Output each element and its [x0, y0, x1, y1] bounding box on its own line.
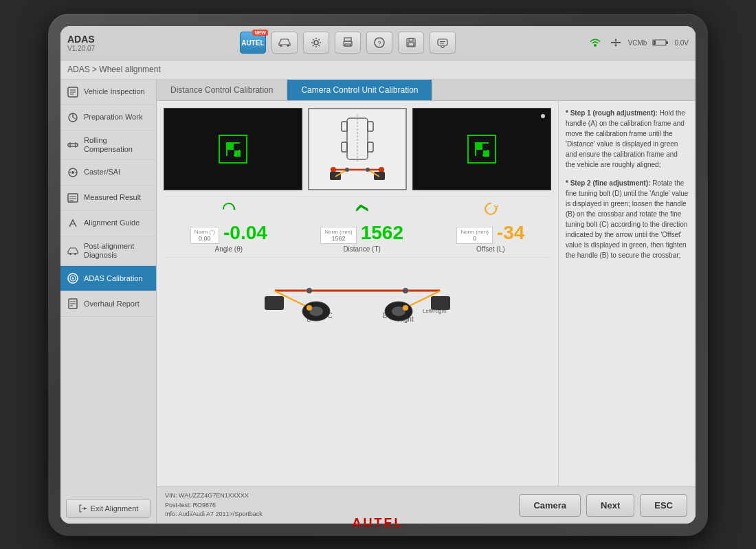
svg-rect-55: [342, 142, 347, 152]
exit-alignment-button[interactable]: Exit Alignment: [66, 499, 151, 518]
svg-point-83: [307, 288, 312, 293]
angle-actual-value: -0.04: [223, 222, 267, 244]
vin-info: VIN: WAUZZZ4G7EN1XXXXX Post-test: RO9876…: [165, 491, 513, 519]
caster-sai-icon: [66, 166, 80, 179]
sidebar-item-post-alignment[interactable]: Post-alignment Diagnosis: [60, 236, 156, 266]
svg-marker-18: [614, 38, 617, 41]
svg-point-67: [233, 208, 235, 210]
breadcrumb-bar: ADAS > Wheel alignment: [60, 60, 696, 80]
svg-point-42: [69, 253, 71, 255]
toolbar-print-button[interactable]: [335, 32, 361, 54]
post-test: Post-test: RO9876: [165, 501, 513, 511]
angle-norm-label: Norm (°): [194, 229, 215, 235]
sidebar-item-vehicle-inspection[interactable]: Vehicle Inspection: [60, 80, 156, 105]
vehicle-inspection-icon: [66, 85, 80, 99]
svg-rect-10: [409, 38, 413, 41]
exit-alignment-label: Exit Alignment: [91, 504, 139, 513]
tab-distance-control[interactable]: Distance Control Calibration: [157, 80, 287, 100]
sidebar-item-measured-result[interactable]: Measured Result: [60, 186, 156, 211]
sidebar-item-caster-sai[interactable]: Caster/SAI: [60, 160, 156, 186]
app-title: ADAS: [67, 34, 95, 45]
svg-point-34: [71, 171, 74, 174]
measure-offset-group: Norm (mm) 0 -34 Offset (L): [456, 201, 524, 253]
distance-norm-label: Norm (mm): [324, 229, 352, 235]
svg-point-0: [280, 45, 282, 47]
header-bar: ADAS V1.20.07 AUTEL NEW: [60, 26, 696, 60]
svg-line-29: [73, 117, 76, 119]
sidebar-overhaul-label: Overhaul Report: [84, 300, 140, 309]
offset-status-icon: [482, 201, 499, 221]
svg-rect-21: [666, 41, 668, 44]
toolbar-home-button[interactable]: AUTEL NEW: [240, 32, 266, 54]
bottom-bar: VIN: WAUZZZ4G7EN1XXXXX Post-test: RO9876…: [157, 486, 696, 524]
svg-text:Left/Right: Left/Right: [423, 308, 447, 314]
measure-angle-group: Norm (°) 0.00 -0.04 Angle (θ): [190, 201, 267, 253]
angle-values: Norm (°) 0.00 -0.04: [190, 222, 267, 244]
alignment-diagram: [326, 111, 388, 187]
distance-norm-box: Norm (mm) 1562: [320, 227, 356, 244]
sidebar-preparation-label: Preparation Work: [84, 113, 142, 122]
app-title-area: ADAS V1.20.07: [67, 34, 95, 52]
sidebar-vehicle-inspection-label: Vehicle Inspection: [84, 87, 145, 96]
camera-view-left: [164, 108, 302, 190]
exit-icon: [78, 504, 88, 513]
svg-rect-12: [438, 39, 447, 45]
tab-camera-control[interactable]: Camera Control Unit Calibration: [287, 80, 432, 100]
sidebar-rolling-label: Rolling Compensation: [84, 136, 151, 154]
toolbar-settings-button[interactable]: [303, 32, 329, 54]
svg-point-15: [594, 44, 597, 47]
toolbar-vehicle-button[interactable]: [271, 32, 298, 54]
new-badge: NEW: [252, 30, 267, 36]
sidebar: Vehicle Inspection Preparation Work Roll…: [60, 80, 157, 524]
toolbar-save-button[interactable]: [398, 32, 424, 54]
sidebar-item-overhaul-report[interactable]: Overhaul Report: [60, 291, 156, 317]
toolbar-help-button[interactable]: ?: [366, 32, 392, 54]
alignment-guide-icon: [66, 216, 80, 230]
vehicle-bottom-svg: D C B Right Left/: [261, 270, 454, 332]
svg-point-6: [351, 43, 352, 44]
svg-point-2: [314, 41, 318, 45]
step2-title: * Step 2 (fine adjustment):: [566, 179, 650, 187]
esc-button[interactable]: ESC: [640, 494, 687, 517]
wifi-icon: [587, 37, 603, 48]
tab-bar: Distance Control Calibration Camera Cont…: [157, 80, 696, 101]
angle-label: Angle (θ): [214, 245, 243, 253]
measured-result-icon: [66, 191, 80, 205]
svg-rect-3: [344, 38, 351, 41]
distance-values: Norm (mm) 1562 1562: [320, 222, 403, 244]
camera-views-row: [164, 108, 551, 190]
step1-title: * Step 1 (rough adjustment):: [566, 109, 658, 117]
toolbar-icons: AUTEL NEW ?: [109, 32, 587, 54]
overhaul-report-icon: [66, 297, 80, 311]
angle-norm-box: Norm (°) 0.00: [190, 227, 219, 244]
svg-point-1: [287, 45, 289, 47]
svg-rect-53: [342, 122, 347, 131]
toolbar-message-button[interactable]: [430, 32, 456, 54]
breadcrumb: ADAS > Wheel alignment: [67, 65, 161, 74]
distance-status-icon: [354, 201, 370, 221]
post-alignment-icon: [66, 244, 80, 258]
camera-view-right: [412, 108, 551, 190]
sidebar-item-alignment-guide[interactable]: Alignment Guide: [60, 211, 156, 236]
sidebar-post-label: Post-alignment Diagnosis: [84, 242, 151, 260]
next-button[interactable]: Next: [586, 494, 634, 517]
svg-rect-56: [368, 142, 373, 152]
offset-norm-label: Norm (mm): [460, 229, 488, 235]
target-left-inner: [226, 142, 240, 156]
offset-actual-value: -34: [497, 222, 524, 244]
angle-norm-value: 0.00: [194, 235, 215, 242]
sidebar-item-rolling-compensation[interactable]: Rolling Compensation: [60, 131, 156, 160]
calibration-area: Norm (°) 0.00 -0.04 Angle (θ): [157, 101, 696, 487]
svg-point-46: [72, 278, 74, 280]
main-content: Vehicle Inspection Preparation Work Roll…: [60, 80, 696, 524]
vehicle-diagram-area: D C B Right Left/: [164, 267, 551, 335]
svg-point-85: [307, 305, 312, 311]
offset-values: Norm (mm) 0 -34: [456, 222, 524, 244]
camera-button[interactable]: Camera: [519, 494, 581, 517]
svg-point-59: [331, 167, 336, 172]
sidebar-caster-label: Caster/SAI: [84, 168, 120, 177]
sidebar-item-adas-calibration[interactable]: ADAS Calibration: [60, 266, 156, 291]
left-panel: Norm (°) 0.00 -0.04 Angle (θ): [157, 101, 558, 487]
alignment-icon: [609, 37, 623, 48]
sidebar-item-preparation-work[interactable]: Preparation Work: [60, 105, 156, 131]
